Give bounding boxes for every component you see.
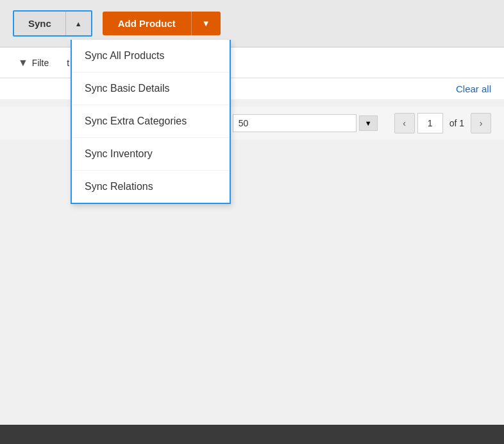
sync-menu-item-all-products[interactable]: Sync All Products xyxy=(72,40,230,73)
page-number-input[interactable] xyxy=(417,113,443,133)
page-wrapper: Sync Add Product ▼ Filte t View ⚙ Column… xyxy=(0,0,504,444)
filter-icon: ▼ xyxy=(18,57,28,69)
previous-page-button[interactable]: ‹ xyxy=(394,113,415,133)
sync-main-button[interactable]: Sync xyxy=(14,12,66,35)
page-of-label: of 1 xyxy=(446,118,468,128)
sync-menu-item-relations[interactable]: Sync Relations xyxy=(72,171,230,203)
next-page-button[interactable]: › xyxy=(471,113,491,133)
bottom-bar xyxy=(0,425,504,444)
clear-all-button[interactable]: Clear all xyxy=(456,83,491,94)
add-product-button[interactable]: Add Product xyxy=(103,12,192,35)
per-page-input[interactable] xyxy=(233,114,357,132)
sync-menu-item-extra-categories[interactable]: Sync Extra Categories xyxy=(72,105,230,138)
sync-dropdown-menu: Sync All Products Sync Basic Details Syn… xyxy=(71,40,231,204)
sync-menu-item-basic-details[interactable]: Sync Basic Details xyxy=(72,73,230,105)
add-product-group: Add Product xyxy=(103,12,221,35)
sync-button-group: Sync xyxy=(13,10,92,37)
sync-dropdown-toggle[interactable] xyxy=(66,12,91,35)
filter-label: Filte xyxy=(32,58,49,68)
sync-menu-item-inventory[interactable]: Sync Inventory xyxy=(72,138,230,171)
per-page-group xyxy=(233,114,378,132)
pagination-nav: ‹ of 1 › xyxy=(394,113,491,133)
add-product-dropdown-toggle[interactable] xyxy=(192,12,221,35)
per-page-dropdown-button[interactable] xyxy=(359,115,378,131)
filter-button[interactable]: ▼ Filte xyxy=(13,55,54,71)
